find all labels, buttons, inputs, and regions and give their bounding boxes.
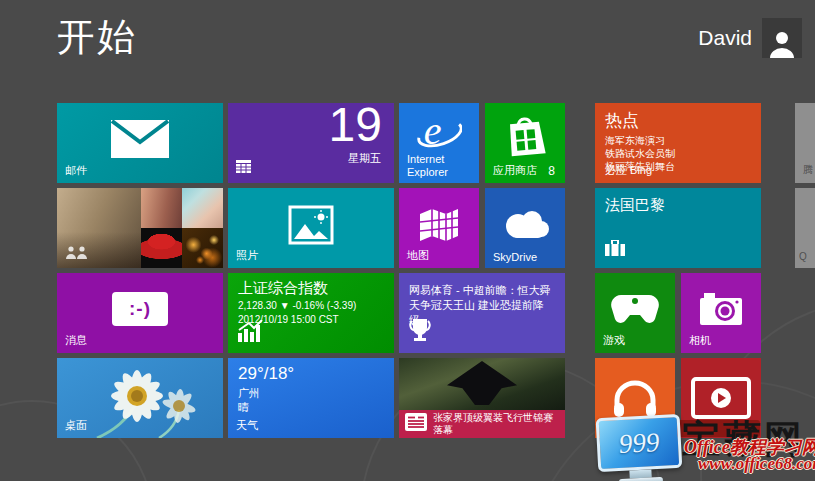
- emoticon-text: :-): [129, 298, 151, 320]
- page-title: 开始: [57, 12, 137, 63]
- newspaper-icon: [405, 413, 427, 435]
- news-headline: 张家界顶级翼装飞行世锦赛落幕: [433, 412, 559, 436]
- start-screen: 开始 David 邮件 19 星期五 e: [0, 0, 815, 481]
- tile-finance[interactable]: 上证综合指数 2,128.30 ▼ -0.16% (-3.39) 2012/10…: [228, 273, 394, 353]
- tile-store[interactable]: 应用商店 8: [485, 103, 565, 183]
- tile-desktop[interactable]: 桌面: [57, 358, 223, 438]
- tile-label: Q: [799, 251, 807, 262]
- tile-label: 相机: [689, 333, 711, 348]
- tile-skydrive[interactable]: SkyDrive: [485, 188, 565, 268]
- tile-label: 照片: [236, 248, 258, 263]
- calendar-weekday: 星期五: [348, 151, 381, 166]
- tile-label: 桌面: [65, 418, 87, 433]
- tile-messaging[interactable]: :-) 消息: [57, 273, 223, 353]
- stock-quote: 2,128.30 ▼ -0.16% (-3.39): [238, 300, 356, 311]
- tile-label: 应用商店: [493, 163, 537, 178]
- trophy-icon: [409, 318, 431, 346]
- user-account[interactable]: David: [698, 18, 802, 58]
- suitcase-icon: [605, 240, 625, 260]
- watermark-999-text: 999: [618, 426, 660, 459]
- tile-photos[interactable]: 照片: [228, 188, 394, 268]
- watermark-monitor-logo: 999: [596, 414, 683, 474]
- tile-news[interactable]: 张家界顶级翼装飞行世锦赛落幕: [399, 358, 565, 438]
- tile-label: 地图: [407, 248, 429, 263]
- tile-internet-explorer[interactable]: e Internet Explorer: [399, 103, 479, 183]
- weather-city: 广州: [238, 386, 260, 401]
- tile-calendar[interactable]: 19 星期五: [228, 103, 394, 183]
- tile-label: 邮件: [65, 163, 87, 178]
- tile-label: SkyDrive: [493, 251, 537, 263]
- tile-label: 消息: [65, 333, 87, 348]
- tile-weather[interactable]: 29°/18° 广州 晴 天气: [228, 358, 394, 438]
- watermark-site-url: www.office68.com: [698, 454, 815, 474]
- tile-travel[interactable]: 法国巴黎: [595, 188, 761, 268]
- weather-condition: 晴: [238, 400, 249, 415]
- bing-brand: 必应 Bing: [605, 163, 652, 178]
- bing-news-item: 海军东海演习: [605, 134, 675, 147]
- tile-label: Internet Explorer: [407, 153, 471, 179]
- tile-label: 天气: [236, 418, 258, 433]
- stock-index-name: 上证综合指数: [238, 279, 328, 298]
- bing-news-item: 铁路试水会员制: [605, 147, 675, 160]
- tile-label: 腾: [803, 163, 813, 177]
- collage-photo-bokeh: [182, 228, 223, 268]
- tile-people[interactable]: [57, 188, 223, 268]
- tile-sports-news[interactable]: 网易体育 - 中超前瞻：恒大舜天争冠天王山 建业恐提前降级: [399, 273, 565, 353]
- tile-mail[interactable]: 邮件: [57, 103, 223, 183]
- calendar-day: 19: [329, 103, 382, 151]
- chart-icon: [238, 320, 264, 346]
- user-avatar-icon[interactable]: [762, 18, 802, 58]
- bing-news-title: 热点: [605, 109, 639, 132]
- collage-photo: [182, 188, 223, 228]
- tile-camera[interactable]: 相机: [681, 273, 761, 353]
- calendar-icon: [236, 159, 251, 177]
- news-photo: [399, 358, 565, 410]
- weather-temps: 29°/18°: [238, 364, 294, 384]
- tile-edge-partial-2[interactable]: Q: [795, 188, 815, 268]
- user-name: David: [698, 26, 752, 50]
- tile-maps[interactable]: 地图: [399, 188, 479, 268]
- tile-bing-news[interactable]: 热点 海军东海演习 铁路试水会员制 杨丽萍告别舞台 必应 Bing: [595, 103, 761, 183]
- tile-label: 游戏: [603, 333, 625, 348]
- tile-games[interactable]: 游戏: [595, 273, 675, 353]
- collage-photo-red-hat: [141, 228, 182, 268]
- tile-edge-partial-1[interactable]: 腾: [795, 103, 815, 183]
- wingsuit-silhouette: [447, 361, 517, 405]
- collage-photo: [141, 188, 182, 228]
- people-icon: [65, 245, 89, 263]
- store-update-badge: 8: [548, 164, 555, 178]
- travel-destination: 法国巴黎: [605, 196, 665, 215]
